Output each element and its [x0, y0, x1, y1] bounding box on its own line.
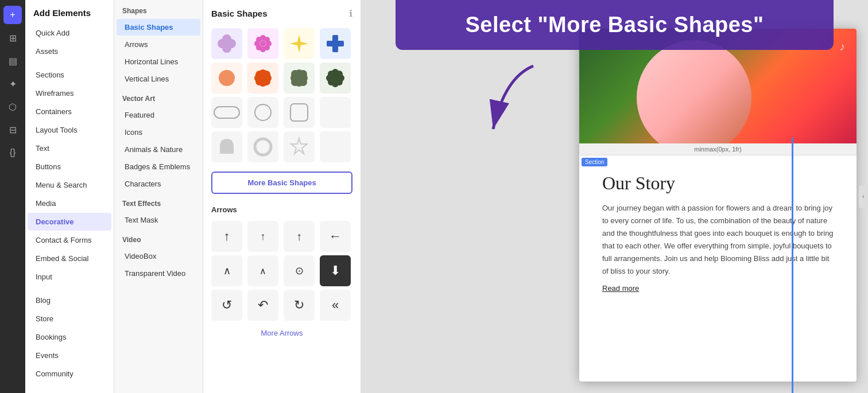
shapes-section-vector-art: Vector Art [114, 88, 203, 106]
more-arrows-link[interactable]: More Arrows [203, 324, 361, 342]
sidebar-item-media[interactable]: Media [28, 194, 111, 212]
shape-star5[interactable] [284, 131, 315, 162]
shapes-item-horizontal-lines[interactable]: Horizontal Lines [117, 53, 200, 70]
shapes-submenu-panel: Shapes Basic Shapes Arrows Horizontal Li… [114, 0, 203, 393]
shapes-item-text-mask[interactable]: Text Mask [117, 212, 200, 228]
shape-flower4[interactable] [211, 28, 242, 59]
shape-asterisk[interactable] [247, 28, 278, 59]
music-note-icon: ♪ [839, 40, 845, 53]
shapes-item-videobox[interactable]: VideoBox [117, 248, 200, 264]
arrow-up-caret2[interactable]: ∧ [247, 255, 278, 286]
svg-rect-47 [290, 104, 308, 121]
sidebar-item-wireframes[interactable]: Wireframes [28, 84, 111, 102]
sidebar-item-blog[interactable]: Blog [28, 291, 111, 309]
shapes-item-arrows[interactable]: Arrows [117, 36, 200, 53]
story-body: Our journey began with a passion for flo… [602, 202, 834, 278]
sidebar-item-containers[interactable]: Containers [28, 103, 111, 120]
shapes-item-icons[interactable]: Icons [117, 124, 200, 141]
shape-flower-orange[interactable] [247, 63, 278, 94]
sidebar-item-store[interactable]: Store [28, 310, 111, 328]
shape-star4[interactable] [284, 28, 315, 59]
more-basic-shapes-button[interactable]: More Basic Shapes [211, 172, 352, 194]
arrow-up-medium[interactable]: ↑ [247, 221, 278, 252]
arrow-left[interactable]: ← [320, 221, 351, 252]
basic-shapes-content-panel: Basic Shapes ℹ [203, 0, 361, 393]
sidebar-item-decorative[interactable]: Decorative [28, 213, 111, 231]
shape-plus[interactable] [320, 28, 351, 59]
shapes-item-vertical-lines[interactable]: Vertical Lines [117, 71, 200, 87]
right-panel-toggle[interactable]: ‹ [859, 185, 868, 208]
shapes-item-badges-emblems[interactable]: Badges & Emblems [117, 158, 200, 175]
shape-oval[interactable] [247, 97, 278, 128]
svg-point-44 [331, 74, 339, 82]
shapes-item-featured[interactable]: Featured [117, 107, 200, 123]
minmax-label: minmax(0px, 1fr) [579, 143, 857, 155]
basic-shapes-title: Basic Shapes [211, 9, 268, 18]
arrow-up-thin[interactable]: ↑ [211, 221, 242, 252]
sidebar-item-text[interactable]: Text [28, 139, 111, 157]
paint-icon[interactable]: ✦ [3, 75, 22, 93]
story-title: Our Story [602, 173, 834, 194]
arrow-up-circle[interactable]: ⊙ [284, 255, 315, 286]
shapes-icon[interactable]: ⬡ [3, 98, 22, 116]
shape-rosette-dark[interactable] [320, 63, 351, 94]
arrow-curve-left[interactable]: ↶ [247, 290, 278, 321]
grid-icon[interactable]: ⊟ [3, 120, 22, 139]
shape-empty-2[interactable] [320, 131, 351, 162]
shape-ring[interactable] [247, 131, 278, 162]
arrow-rotate-left[interactable]: ↺ [211, 290, 242, 321]
sidebar-item-assets[interactable]: Assets [28, 42, 111, 60]
svg-point-17 [219, 70, 235, 86]
shape-square-rounded[interactable] [284, 97, 315, 128]
layers-icon[interactable]: ⊞ [3, 29, 22, 47]
sidebar-item-sections[interactable]: Sections [28, 66, 111, 84]
svg-marker-49 [291, 138, 307, 154]
sidebar-item-menu-search[interactable]: Menu & Search [28, 176, 111, 194]
sidebar-item-quick-add[interactable]: Quick Add [28, 24, 111, 42]
shape-rect-rounded[interactable] [211, 97, 242, 128]
sidebar-item-contact-forms[interactable]: Contact & Forms [28, 231, 111, 249]
icon-bar: + ⊞ ▤ ✦ ⬡ ⊟ {} [0, 0, 25, 393]
shapes-section-text-effects: Text Effects [114, 193, 203, 211]
page-canvas: ♪ minmax(0px, 1fr) Section 1x2 ⊞ ✦ ⬡ ▭ 💬… [579, 29, 857, 382]
svg-rect-45 [214, 107, 239, 118]
shape-flower-olive[interactable] [284, 63, 315, 94]
arrows-grid: ↑ ↑ ↑ ← ∧ ∧ ⊙ ⬇ ↺ ↶ ↻ « [203, 217, 361, 324]
page-icon[interactable]: ▤ [3, 52, 22, 70]
shapes-item-basic-shapes[interactable]: Basic Shapes [117, 19, 200, 36]
shape-arch[interactable] [211, 131, 242, 162]
arrow-up-thick[interactable]: ↑ [284, 221, 315, 252]
info-icon[interactable]: ℹ [349, 8, 352, 19]
code-icon[interactable]: {} [3, 143, 22, 162]
read-more-link[interactable]: Read more [602, 284, 639, 293]
hero-circle-image [637, 40, 751, 143]
arrow-down-filled[interactable]: ⬇ [320, 255, 351, 286]
shape-empty-1[interactable] [320, 97, 351, 128]
sidebar-item-input[interactable]: Input [28, 268, 111, 286]
shapes-item-characters[interactable]: Characters [117, 176, 200, 192]
sidebar-item-layout-tools[interactable]: Layout Tools [28, 121, 111, 139]
shapes-content-header: Basic Shapes ℹ [203, 0, 361, 25]
instruction-text: Select "More Basic Shapes" [418, 13, 811, 37]
add-elements-panel: Add Elements Quick Add Assets Sections W… [25, 0, 114, 393]
shapes-item-transparent-video[interactable]: Transparent Video [117, 265, 200, 282]
shapes-item-animals-nature[interactable]: Animals & Nature [117, 141, 200, 158]
sidebar-item-bookings[interactable]: Bookings [28, 328, 111, 346]
vertical-divider-line [792, 138, 793, 393]
arrow-double-left[interactable]: « [320, 290, 351, 321]
instruction-banner: Select "More Basic Shapes" [396, 0, 834, 50]
svg-marker-14 [290, 34, 308, 53]
sidebar-item-events[interactable]: Events [28, 347, 111, 364]
arrow-up-caret[interactable]: ∧ [211, 255, 242, 286]
arrow-spiral[interactable]: ↻ [284, 290, 315, 321]
sidebar-item-embed-social[interactable]: Embed & Social [28, 250, 111, 267]
add-elements-icon[interactable]: + [3, 6, 22, 24]
sidebar-item-buttons[interactable]: Buttons [28, 158, 111, 176]
shape-circle-orange[interactable] [211, 63, 242, 94]
arrow-pointer-decoration [482, 60, 551, 143]
svg-point-48 [255, 139, 271, 155]
svg-point-46 [255, 104, 271, 120]
svg-point-13 [260, 41, 266, 46]
sidebar-item-community[interactable]: Community [28, 365, 111, 383]
section-indicator: Section [582, 158, 607, 166]
